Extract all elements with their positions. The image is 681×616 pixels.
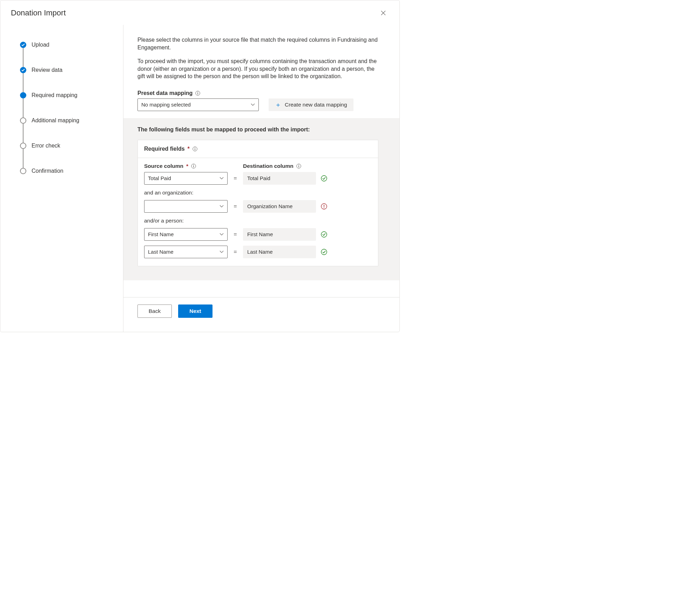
equals-icon: = — [228, 175, 243, 182]
info-icon[interactable] — [191, 164, 196, 169]
intro-paragraph-1: Please select the columns in your source… — [137, 36, 378, 51]
dropdown-value: Total Paid — [148, 175, 171, 181]
info-icon[interactable] — [195, 91, 200, 96]
next-button[interactable]: Next — [178, 304, 213, 318]
checkmark-icon — [20, 67, 26, 73]
chevron-down-icon — [251, 103, 255, 106]
chevron-down-icon — [220, 205, 224, 208]
column-headers: Source column * Destination column — [144, 163, 372, 169]
dropdown-value: First Name — [148, 231, 174, 237]
destination-last-name: Last Name — [243, 246, 316, 258]
preset-mapping-dropdown[interactable]: No mapping selected — [137, 98, 259, 111]
step-connector — [23, 48, 23, 67]
source-column-header: Source column — [144, 163, 183, 169]
source-dropdown-organization[interactable] — [144, 200, 228, 213]
intro-paragraph-2: To proceed with the import, you must spe… — [137, 57, 378, 80]
svg-rect-8 — [193, 166, 194, 167]
source-dropdown-total-paid[interactable]: Total Paid — [144, 172, 228, 185]
checkmark-icon — [20, 42, 26, 48]
create-mapping-label: Create new data mapping — [285, 102, 347, 108]
destination-first-name: First Name — [243, 228, 316, 241]
required-fields-title: Required fields — [144, 146, 185, 152]
required-fields-card: Required fields * Source column * — [137, 140, 378, 266]
step-label: Required mapping — [32, 92, 77, 98]
step-connector — [23, 124, 23, 143]
destination-total-paid: Total Paid — [243, 172, 316, 185]
svg-point-7 — [193, 165, 194, 165]
plus-icon: ＋ — [275, 102, 281, 108]
mapping-row-first-name: First Name = First Name — [144, 228, 372, 241]
back-button[interactable]: Back — [137, 304, 172, 318]
status-ok-icon — [321, 231, 327, 238]
svg-point-12 — [321, 176, 327, 181]
step-list: Upload Review data Required mapping — [20, 42, 109, 174]
svg-point-16 — [321, 232, 327, 237]
wizard-sidebar: Upload Review data Required mapping — [0, 25, 123, 332]
pending-step-icon — [20, 117, 26, 124]
equals-icon: = — [228, 203, 243, 210]
chevron-down-icon — [220, 177, 224, 180]
step-label: Review data — [32, 67, 62, 73]
step-additional-mapping[interactable]: Additional mapping — [20, 117, 109, 124]
preset-label: Preset data mapping — [137, 90, 259, 96]
svg-point-4 — [195, 148, 195, 148]
info-icon[interactable] — [193, 146, 197, 151]
source-dropdown-last-name[interactable]: Last Name — [144, 246, 228, 258]
main-content: Please select the columns in your source… — [123, 25, 399, 332]
intro-text: Please select the columns in your source… — [137, 36, 378, 80]
status-error-icon — [321, 203, 327, 210]
required-fields-header: Required fields * — [138, 140, 378, 158]
step-confirmation[interactable]: Confirmation — [20, 168, 109, 174]
andor-person-label: and/or a person: — [144, 218, 372, 224]
step-error-check[interactable]: Error check — [20, 143, 109, 149]
create-new-mapping-button[interactable]: ＋ Create new data mapping — [269, 98, 353, 111]
pending-step-icon — [20, 168, 26, 174]
destination-column-header: Destination column — [243, 163, 294, 169]
close-button[interactable] — [378, 7, 389, 19]
pending-step-icon — [20, 143, 26, 149]
svg-rect-11 — [298, 166, 299, 167]
step-connector — [23, 149, 23, 168]
equals-icon: = — [228, 231, 243, 238]
equals-icon: = — [228, 249, 243, 255]
svg-point-10 — [298, 165, 299, 165]
step-label: Confirmation — [32, 168, 63, 174]
mapping-row-total-paid: Total Paid = Total Paid — [144, 172, 372, 185]
step-review-data[interactable]: Review data — [20, 67, 109, 73]
svg-rect-5 — [195, 149, 195, 150]
panel-header: Donation Import — [0, 0, 399, 25]
step-label: Upload — [32, 42, 49, 48]
panel-title: Donation Import — [11, 8, 66, 18]
info-icon[interactable] — [296, 164, 301, 169]
source-dropdown-first-name[interactable]: First Name — [144, 228, 228, 241]
and-organization-label: and an organization: — [144, 190, 372, 196]
mapping-block: The following fields must be mapped to p… — [123, 118, 399, 280]
current-step-icon — [20, 92, 26, 98]
panel-body: Upload Review data Required mapping — [0, 25, 399, 332]
step-required-mapping[interactable]: Required mapping — [20, 92, 109, 98]
dialog-panel: Donation Import Upload Review data — [0, 0, 400, 332]
close-icon — [381, 11, 386, 15]
chevron-down-icon — [220, 233, 224, 236]
content-area: Please select the columns in your source… — [123, 25, 399, 280]
destination-organization: Organization Name — [243, 200, 316, 213]
required-asterisk: * — [188, 146, 190, 152]
svg-point-15 — [324, 207, 324, 208]
required-fields-body: Source column * Destination column — [138, 158, 378, 266]
step-connector — [23, 73, 23, 92]
dropdown-value: No mapping selected — [141, 102, 191, 108]
step-connector — [23, 98, 23, 117]
chevron-down-icon — [220, 251, 224, 253]
step-label: Error check — [32, 143, 60, 149]
svg-point-1 — [197, 92, 198, 93]
mapping-heading: The following fields must be mapped to p… — [137, 126, 378, 133]
preset-row: Preset data mapping No mapping selected … — [137, 90, 378, 111]
mapping-row-organization: = Organization Name — [144, 200, 372, 213]
footer-actions: Back Next — [123, 297, 399, 332]
dropdown-value: Last Name — [148, 249, 174, 255]
svg-rect-14 — [324, 205, 324, 207]
svg-rect-2 — [198, 93, 198, 95]
svg-point-17 — [321, 249, 327, 255]
step-upload[interactable]: Upload — [20, 42, 109, 48]
status-ok-icon — [321, 175, 327, 182]
